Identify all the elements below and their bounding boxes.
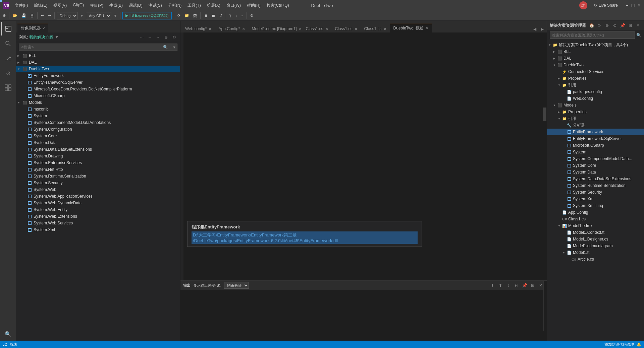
rtree-webconfig[interactable]: 📄 Web.config (547, 95, 644, 102)
rtree-m-mscsharp[interactable]: Microsoft.CSharp (547, 142, 644, 149)
tree-item-ef-sql[interactable]: EntityFramework.SqlServer (16, 79, 180, 86)
activity-extensions[interactable] (1, 81, 15, 94)
editor-tab-class1c[interactable]: Class1.cs ✕ (361, 25, 390, 32)
minimize-button[interactable]: − (625, 3, 629, 8)
tree-item-sys-drawing[interactable]: System.Drawing (16, 153, 180, 159)
rtree-m-sysdata[interactable]: System.Data (547, 169, 644, 176)
menu-view[interactable]: 视图(V) (51, 1, 69, 10)
menu-debug[interactable]: 调试(D) (126, 1, 145, 10)
rtree-m-ef[interactable]: EntityFramework (547, 129, 644, 135)
tab-class1a-close[interactable]: ✕ (325, 27, 328, 31)
rtree-models-ref[interactable]: ▼ 📁 引用 (547, 115, 644, 122)
menu-git[interactable]: Git(G) (70, 1, 87, 10)
output-expand[interactable]: ⊞ (529, 282, 536, 289)
tree-item-ms-csharp[interactable]: Microsoft.CSharp (16, 92, 180, 99)
rpanel-btn-home[interactable]: 🏠 (588, 22, 595, 29)
menu-tools[interactable]: 工具(T) (185, 1, 203, 10)
tree-item-sys-webdynamic[interactable]: System.Web.DynamicData (16, 200, 180, 206)
tab-duebletwo-close[interactable]: ✕ (426, 26, 428, 30)
rpanel-expand[interactable]: ⊞ (627, 22, 634, 29)
close-button[interactable]: × (637, 3, 641, 8)
toolbar-stop[interactable]: ⏹ (210, 13, 217, 18)
editor-tab-class1b[interactable]: Class1.cs ✕ (332, 25, 361, 32)
output-pin[interactable]: 📌 (521, 282, 528, 289)
tab-object-browser[interactable]: 对象浏览器 ✕ (17, 24, 48, 32)
rtree-models[interactable]: ▼ ⬛ Models (547, 102, 644, 109)
rtree-article[interactable]: C# Article.cs (547, 256, 644, 263)
rtree-dal[interactable]: ▶ ⬛ DAL (547, 55, 644, 62)
output-btn4[interactable]: ⏯ (513, 282, 520, 289)
tree-item-system[interactable]: System (16, 113, 180, 119)
toolbar-new[interactable]: ⊕ (1, 13, 7, 18)
rtree-model1edmx[interactable]: ▼ 📊 Model1.edmx (547, 222, 644, 229)
tab-model1-close[interactable]: ✕ (299, 27, 302, 31)
tree-item-models[interactable]: ▼ ⬛ Models (16, 99, 180, 106)
rpanel-search-icon[interactable]: 🔍 (636, 33, 641, 38)
toolbar-breakpoint[interactable]: ⊙ (249, 13, 255, 18)
rtree-m-system[interactable]: System (547, 149, 644, 155)
rpanel-pin[interactable]: 📌 (619, 22, 626, 29)
tab-webconfig-close[interactable]: ✕ (209, 27, 211, 31)
tree-item-dal[interactable]: ▶ ⬛ DAL (16, 59, 180, 66)
browse-ellipsis[interactable]: ··· (139, 34, 145, 41)
browse-settings[interactable]: ⚙ (171, 34, 177, 41)
rtree-m-syssec[interactable]: System.Security (547, 189, 644, 196)
output-source-select[interactable]: 约束验证 (224, 282, 249, 289)
tab-scroll-left[interactable]: ◀ (531, 26, 538, 32)
editor-tab-class1a[interactable]: Class1.cs ✕ (303, 25, 331, 32)
activity-explorer[interactable] (1, 22, 15, 36)
add-source-control[interactable]: 添加到源代码管理 (604, 342, 634, 347)
editor-tab-duebletwo[interactable]: DuebleTwo: 概述 ✕ (390, 24, 432, 32)
rtree-analyzer[interactable]: 🔧 分析器 (547, 122, 644, 129)
tree-item-mscorlib[interactable]: mscorlib (16, 106, 180, 113)
rpanel-btn-filter[interactable]: ⊙ (611, 22, 618, 29)
tab-class1c-close[interactable]: ✕ (384, 27, 386, 31)
rtree-m-sysruntime[interactable]: System.Runtime.Serialization (547, 182, 644, 189)
tree-item-sys-security[interactable]: System.Security (16, 180, 180, 186)
menu-file[interactable]: 文件(F) (12, 1, 31, 10)
toolbar-refresh[interactable]: ⟳ (176, 13, 182, 18)
rtree-m1diagram[interactable]: 📄 Model1.edmx.diagram (547, 242, 644, 249)
toolbar-img[interactable]: 🖼 (192, 13, 198, 18)
rtree-m-class1[interactable]: C# Class1.cs (547, 216, 644, 222)
tree-item-sys-nethttp[interactable]: System.Net.Http (16, 166, 180, 173)
rpanel-close[interactable]: ✕ (635, 22, 641, 29)
platform-select[interactable]: Any CPU (86, 12, 111, 19)
rtree-m-syscmpdata[interactable]: System.ComponentModel.Data... (547, 155, 644, 162)
tree-item-sys-core[interactable]: System.Core (16, 133, 180, 139)
rtree-duebletwo[interactable]: ▼ ⬛ DuebleTwo (547, 62, 644, 68)
toolbar-step-over[interactable]: ⤵ (228, 13, 233, 18)
menu-window[interactable]: 窗口(W) (224, 1, 244, 10)
output-btn1[interactable]: ⬇ (489, 282, 496, 289)
menu-project[interactable]: 项目(P) (87, 1, 106, 10)
toolbar-save[interactable]: 💾 (20, 13, 28, 18)
menu-help[interactable]: 帮助(H) (244, 1, 263, 10)
toolbar-open[interactable]: 📂 (11, 13, 19, 18)
debug-config-select[interactable]: Debug (57, 12, 78, 19)
browse-pin[interactable]: ⊕ (163, 34, 169, 41)
tree-item-sys-enterprise[interactable]: System.EnterpriseServices (16, 159, 180, 166)
tree-item-duebletwo[interactable]: ▼ ⬛ DuebleTwo (16, 66, 180, 72)
tree-item-sys-web[interactable]: System.Web (16, 186, 180, 193)
toolbar-undo[interactable]: ↩ (40, 13, 45, 18)
menu-extensions[interactable]: 扩展(X) (204, 1, 223, 10)
tree-item-sys-websvc[interactable]: System.Web.Services (16, 220, 180, 226)
tab-appconfig-close[interactable]: ✕ (242, 27, 245, 31)
rtree-m1tt[interactable]: ▼ 📄 Model1.tt (547, 249, 644, 256)
rtree-m-sysxml[interactable]: System.Xml (547, 196, 644, 202)
tree-item-sys-xml[interactable]: System.Xml (16, 226, 180, 233)
editor-scrollbar-thumb[interactable] (543, 108, 546, 121)
menu-edit[interactable]: 编辑(E) (31, 1, 50, 10)
toolbar-redo[interactable]: ↪ (47, 13, 52, 18)
tree-item-sys-data[interactable]: System.Data (16, 139, 180, 146)
menu-search[interactable]: 搜索(Ctrl+Q) (264, 1, 292, 10)
rtree-m1context[interactable]: 📄 Model1.Context.tt (547, 229, 644, 236)
tree-item-sys-webext[interactable]: System.Web.Extensions (16, 213, 180, 220)
editor-tab-webconfig[interactable]: Web.config* ✕ (182, 25, 215, 32)
menu-build[interactable]: 生成(B) (107, 1, 125, 10)
toolbar-restart[interactable]: ↺ (218, 13, 224, 18)
tree-item-sys-dataset[interactable]: System.Data.DataSetExtensions (16, 146, 180, 153)
rpanel-btn-collapse[interactable]: ⊖ (604, 22, 610, 29)
tab-class1b-close[interactable]: ✕ (355, 27, 357, 31)
toolbar-save-all[interactable]: 🗄 (29, 13, 35, 18)
